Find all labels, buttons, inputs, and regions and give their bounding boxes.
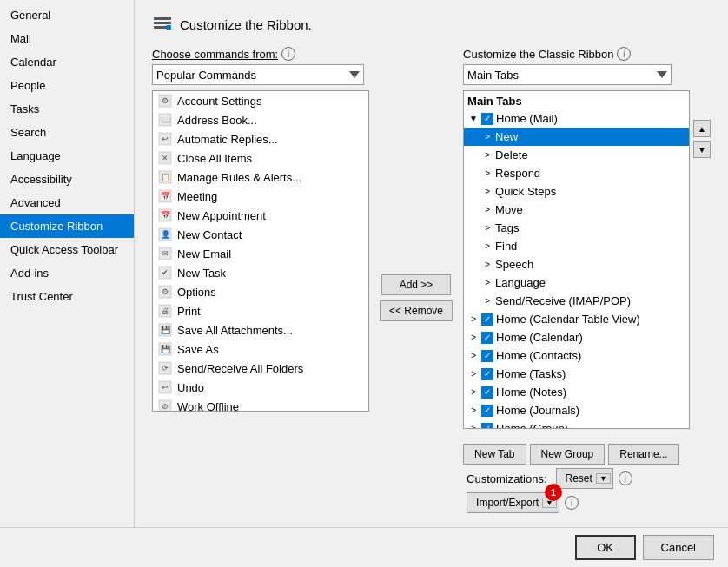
customize-ribbon-info-icon[interactable]: i bbox=[617, 47, 631, 61]
reset-button[interactable]: Reset ▼ bbox=[556, 468, 613, 489]
tree-label-15: Home (Notes) bbox=[496, 386, 566, 399]
tree-checkbox-14[interactable]: ✓ bbox=[481, 368, 493, 380]
tree-item-1[interactable]: >New bbox=[464, 128, 689, 146]
commands-list: ⚙Account Settings📖Address Book...↩Automa… bbox=[152, 90, 369, 412]
sidebar-item-people[interactable]: People bbox=[0, 74, 134, 97]
remove-button[interactable]: << Remove bbox=[380, 300, 453, 321]
tree-item-17[interactable]: >✓Home (Group) bbox=[464, 419, 689, 428]
sidebar-item-search[interactable]: Search bbox=[0, 121, 134, 144]
command-item-new-task[interactable]: ✔New Task bbox=[153, 263, 368, 282]
arrow-down-button[interactable]: ▼ bbox=[693, 141, 711, 158]
tree-item-14[interactable]: >✓Home (Tasks) bbox=[464, 365, 689, 383]
tree-item-15[interactable]: >✓Home (Notes) bbox=[464, 383, 689, 401]
tree-item-3[interactable]: >Respond bbox=[464, 164, 689, 182]
sidebar-item-mail[interactable]: Mail bbox=[0, 27, 134, 50]
command-item-send-receive-all[interactable]: ⟳Send/Receive All Folders bbox=[153, 359, 368, 378]
tree-expand-0: ▼ bbox=[467, 113, 480, 125]
sidebar-item-customize-ribbon[interactable]: Customize Ribbon bbox=[0, 214, 134, 238]
tree-checkbox-11[interactable]: ✓ bbox=[481, 313, 493, 326]
svg-rect-3 bbox=[166, 25, 171, 30]
cancel-button[interactable]: Cancel bbox=[643, 535, 714, 560]
command-item-account-settings[interactable]: ⚙Account Settings bbox=[153, 91, 368, 110]
command-item-automatic-replies[interactable]: ↩Automatic Replies... bbox=[153, 129, 368, 148]
command-label-options: Options bbox=[177, 286, 216, 299]
sidebar-item-language[interactable]: Language bbox=[0, 144, 134, 168]
tree-item-4[interactable]: >Quick Steps bbox=[464, 182, 689, 201]
svg-text:⚙: ⚙ bbox=[162, 96, 169, 105]
tree-checkbox-12[interactable]: ✓ bbox=[481, 332, 493, 344]
tree-label-6: Tags bbox=[495, 221, 519, 234]
rename-button[interactable]: Rename... bbox=[608, 444, 678, 465]
tree-checkbox-16[interactable]: ✓ bbox=[481, 405, 493, 417]
tree-label-8: Speech bbox=[495, 258, 533, 271]
tree-item-8[interactable]: >Speech bbox=[464, 255, 689, 274]
tree-checkbox-13[interactable]: ✓ bbox=[481, 350, 493, 362]
sidebar-item-quick-access[interactable]: Quick Access Toolbar bbox=[0, 238, 134, 261]
tree-item-12[interactable]: >✓Home (Calendar) bbox=[464, 328, 689, 346]
command-item-address-book[interactable]: 📖Address Book... bbox=[153, 110, 368, 129]
bottom-row1: New Tab New Group Rename... bbox=[463, 444, 711, 465]
tree-item-16[interactable]: >✓Home (Journals) bbox=[464, 401, 689, 419]
tree-checkbox-0[interactable]: ✓ bbox=[481, 113, 493, 125]
sidebar-item-general[interactable]: General bbox=[0, 3, 134, 27]
command-icon-meeting: 📅 bbox=[158, 189, 172, 203]
command-item-new-contact[interactable]: 👤New Contact bbox=[153, 225, 368, 244]
tree-checkbox-15[interactable]: ✓ bbox=[481, 386, 493, 399]
title-text: Customize the Ribbon. bbox=[180, 17, 312, 32]
command-label-print: Print bbox=[177, 305, 201, 318]
command-item-new-appointment[interactable]: 📅New Appointment bbox=[153, 206, 368, 225]
tree-expand-8: > bbox=[481, 259, 493, 271]
tree-item-11[interactable]: >✓Home (Calendar Table View) bbox=[464, 310, 689, 328]
tree-checkbox-17[interactable]: ✓ bbox=[481, 423, 493, 429]
ribbon-tree-container: Main Tabs ▼✓Home (Mail)>New>Delete>Respo… bbox=[463, 90, 690, 429]
tree-label-10: Send/Receive (IMAP/POP) bbox=[495, 294, 631, 307]
command-icon-save-all-attachments: 💾 bbox=[158, 323, 172, 337]
command-item-new-email[interactable]: ✉New Email bbox=[153, 244, 368, 263]
svg-text:👤: 👤 bbox=[161, 229, 171, 240]
command-item-close-all-items[interactable]: ✕Close All Items bbox=[153, 148, 368, 168]
tree-item-7[interactable]: >Find bbox=[464, 237, 689, 255]
command-item-options[interactable]: ⚙Options bbox=[153, 282, 368, 301]
choose-info-icon[interactable]: i bbox=[281, 47, 295, 61]
tree-item-5[interactable]: >Move bbox=[464, 201, 689, 219]
right-bottom: New Tab New Group Rename... Customizatio… bbox=[463, 444, 711, 513]
reset-arrow-icon: ▼ bbox=[596, 473, 611, 484]
reset-info-icon[interactable]: i bbox=[619, 471, 632, 485]
command-item-manage-rules[interactable]: 📋Manage Rules & Alerts... bbox=[153, 168, 368, 187]
sidebar-item-calendar[interactable]: Calendar bbox=[0, 50, 134, 74]
tree-item-6[interactable]: >Tags bbox=[464, 219, 689, 237]
commands-dropdown[interactable]: Popular CommandsAll CommandsCommands Not… bbox=[152, 64, 364, 85]
tree-item-0[interactable]: ▼✓Home (Mail) bbox=[464, 109, 689, 128]
svg-text:✕: ✕ bbox=[162, 154, 169, 162]
sidebar-item-advanced[interactable]: Advanced bbox=[0, 191, 134, 214]
tree-item-2[interactable]: >Delete bbox=[464, 146, 689, 164]
customize-icon bbox=[152, 14, 173, 35]
tree-item-10[interactable]: >Send/Receive (IMAP/POP) bbox=[464, 292, 689, 310]
command-item-work-offline[interactable]: ⊘Work Offline bbox=[153, 397, 368, 412]
add-button[interactable]: Add >> bbox=[381, 274, 451, 295]
middle-buttons: Add >> << Remove bbox=[369, 82, 463, 513]
arrow-up-button[interactable]: ▲ bbox=[693, 120, 711, 137]
sidebar-item-tasks[interactable]: Tasks bbox=[0, 97, 134, 121]
sidebar-item-accessibility[interactable]: Accessibility bbox=[0, 168, 134, 191]
tree-item-9[interactable]: >Language bbox=[464, 274, 689, 292]
sidebar-item-trust-center[interactable]: Trust Center bbox=[0, 285, 134, 308]
tree-label-2: Delete bbox=[495, 148, 528, 162]
svg-text:📋: 📋 bbox=[161, 172, 171, 182]
command-item-print[interactable]: 🖨Print bbox=[153, 301, 368, 320]
command-item-save-as[interactable]: 💾Save As bbox=[153, 340, 368, 359]
command-item-save-all-attachments[interactable]: 💾Save All Attachments... bbox=[153, 320, 368, 340]
command-icon-new-contact: 👤 bbox=[158, 227, 172, 241]
ribbon-dropdown[interactable]: Main TabsTool Tabs bbox=[463, 64, 672, 85]
command-item-meeting[interactable]: 📅Meeting bbox=[153, 187, 368, 206]
right-arrows: ▲ ▼ bbox=[690, 116, 711, 438]
new-tab-button[interactable]: New Tab bbox=[463, 444, 526, 465]
command-item-undo[interactable]: ↩Undo bbox=[153, 378, 368, 397]
command-label-close-all-items: Close All Items bbox=[177, 152, 252, 165]
sidebar-item-add-ins[interactable]: Add-ins bbox=[0, 261, 134, 285]
ok-button[interactable]: OK bbox=[575, 535, 636, 560]
new-group-button[interactable]: New Group bbox=[530, 444, 606, 465]
tree-item-13[interactable]: >✓Home (Contacts) bbox=[464, 346, 689, 365]
import-export-info-icon[interactable]: i bbox=[565, 496, 579, 510]
customize-ribbon-label: Customize the Classic Ribbon bbox=[463, 48, 613, 61]
